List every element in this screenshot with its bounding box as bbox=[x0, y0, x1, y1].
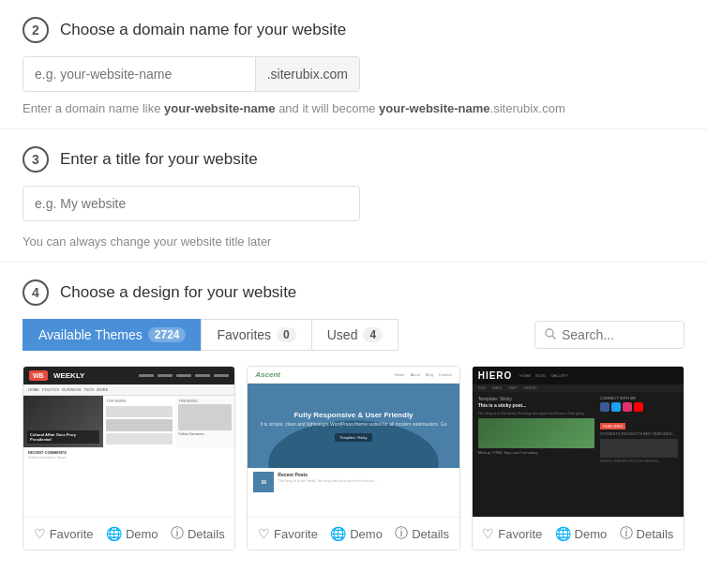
step-3-circle: 3 bbox=[23, 146, 49, 173]
info-icon: ⓘ bbox=[395, 525, 408, 542]
step-2-section: 2 Choose a domain name for your website … bbox=[0, 0, 707, 129]
theme-hiero-preview: HIERO HOME BLOG GALLERY FOOD TRAVEL CRAF… bbox=[473, 367, 684, 517]
search-icon bbox=[545, 327, 556, 342]
globe-icon: 🌐 bbox=[555, 526, 571, 541]
tab-available-themes-label: Available Themes bbox=[38, 327, 143, 342]
theme-ascent-favorite[interactable]: ♡ Favorite bbox=[258, 526, 318, 541]
themes-grid: WB WEEKLY HOMEPOLITICSBUSINESSTECHMORE bbox=[23, 366, 684, 550]
domain-input-row: .siterubix.com bbox=[23, 56, 360, 92]
themes-tabs-row: Available Themes 2724 Favorites 0 Used 4 bbox=[23, 319, 684, 351]
tab-favorites[interactable]: Favorites 0 bbox=[201, 319, 310, 351]
tab-used[interactable]: Used 4 bbox=[311, 319, 399, 351]
tab-favorites-badge: 0 bbox=[277, 327, 296, 342]
step-4-section: 4 Choose a design for your website Avail… bbox=[0, 263, 707, 550]
heart-icon: ♡ bbox=[34, 526, 46, 541]
tab-available-themes-badge: 2724 bbox=[148, 327, 187, 342]
step-4-circle: 4 bbox=[23, 279, 49, 306]
theme-card-weekly[interactable]: WB WEEKLY HOMEPOLITICSBUSINESSTECHMORE bbox=[23, 366, 235, 550]
theme-search-input[interactable] bbox=[562, 327, 674, 342]
tab-available-themes[interactable]: Available Themes 2724 bbox=[23, 319, 201, 351]
domain-hint: Enter a domain name like your-website-na… bbox=[23, 101, 684, 115]
theme-hiero-details[interactable]: ⓘ Details bbox=[620, 525, 674, 542]
heart-icon: ♡ bbox=[258, 526, 270, 541]
theme-weekly-favorite[interactable]: ♡ Favorite bbox=[34, 526, 94, 541]
tab-favorites-label: Favorites bbox=[217, 327, 271, 342]
domain-suffix: .siterubix.com bbox=[255, 57, 359, 91]
info-icon: ⓘ bbox=[620, 525, 633, 542]
theme-weekly-details[interactable]: ⓘ Details bbox=[171, 525, 225, 542]
theme-search-box bbox=[534, 321, 684, 349]
theme-ascent-demo[interactable]: 🌐 Demo bbox=[330, 526, 383, 541]
title-hint: You can always change your website title… bbox=[23, 234, 684, 249]
step-3-header: 3 Enter a title for your website bbox=[23, 146, 684, 173]
svg-point-0 bbox=[546, 329, 553, 337]
globe-icon: 🌐 bbox=[106, 526, 122, 541]
step-3-title: Enter a title for your website bbox=[60, 150, 258, 169]
step-2-circle: 2 bbox=[23, 17, 49, 43]
svg-line-1 bbox=[553, 337, 556, 339]
theme-ascent-details[interactable]: ⓘ Details bbox=[395, 525, 449, 542]
step-4-header: 4 Choose a design for your website bbox=[23, 279, 684, 306]
theme-card-hiero[interactable]: HIERO HOME BLOG GALLERY FOOD TRAVEL CRAF… bbox=[472, 366, 684, 550]
step-2-title: Choose a domain name for your website bbox=[60, 21, 346, 39]
theme-weekly-preview: WB WEEKLY HOMEPOLITICSBUSINESSTECHMORE bbox=[23, 367, 234, 517]
theme-ascent-actions: ♡ Favorite 🌐 Demo ⓘ Details bbox=[248, 517, 459, 550]
theme-card-ascent[interactable]: Ascent Home About Blog Contact Fully Res… bbox=[247, 366, 459, 550]
theme-hiero-actions: ♡ Favorite 🌐 Demo ⓘ Details bbox=[473, 517, 684, 550]
step-3-section: 3 Enter a title for your website You can… bbox=[0, 129, 707, 263]
globe-icon: 🌐 bbox=[330, 526, 346, 541]
theme-hiero-favorite[interactable]: ♡ Favorite bbox=[482, 526, 542, 541]
step-4-title: Choose a design for your website bbox=[60, 283, 296, 302]
theme-hiero-demo[interactable]: 🌐 Demo bbox=[555, 526, 608, 541]
website-title-input[interactable] bbox=[23, 186, 360, 221]
theme-weekly-actions: ♡ Favorite 🌐 Demo ⓘ Details bbox=[23, 517, 234, 550]
heart-icon: ♡ bbox=[482, 526, 494, 541]
theme-ascent-preview: Ascent Home About Blog Contact Fully Res… bbox=[248, 367, 459, 517]
tab-used-label: Used bbox=[327, 327, 358, 342]
tab-used-badge: 4 bbox=[363, 327, 383, 342]
step-2-header: 2 Choose a domain name for your website bbox=[23, 17, 684, 43]
theme-weekly-demo[interactable]: 🌐 Demo bbox=[106, 526, 158, 541]
info-icon: ⓘ bbox=[171, 525, 184, 542]
domain-input[interactable] bbox=[23, 57, 255, 91]
